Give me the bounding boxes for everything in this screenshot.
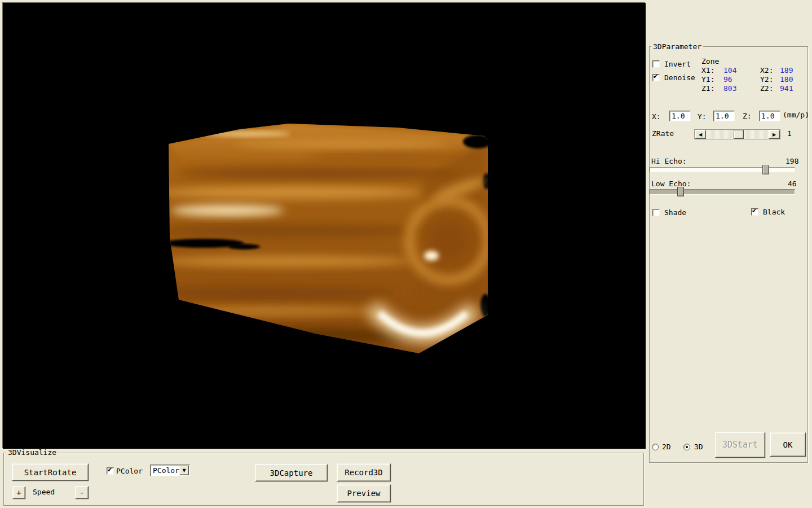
denoise-checkbox[interactable]: ✔: [652, 74, 660, 81]
zone-z1-label: Z1:: [701, 84, 714, 93]
low-echo-label: Low Echo:: [651, 179, 691, 188]
zone-x2-value: 189: [780, 66, 793, 75]
start-rotate-button[interactable]: StartRotate: [12, 463, 89, 481]
volume-render: [3, 3, 646, 449]
scale-z-label: Z:: [743, 112, 752, 120]
arrow-left-icon: ◀: [699, 132, 702, 137]
check-icon: ✔: [653, 73, 658, 80]
zrate-scrollbar[interactable]: ◀ ▶: [694, 129, 780, 139]
arrow-right-icon: ▶: [773, 132, 776, 137]
speed-label: Speed: [33, 488, 55, 496]
scale-y-input[interactable]: [713, 111, 735, 121]
scale-z-input[interactable]: [759, 111, 780, 121]
black-checkbox[interactable]: ✔: [751, 208, 758, 216]
zone-x1-value: 104: [723, 66, 736, 75]
record3d-button[interactable]: Record3D: [337, 463, 391, 481]
zone-x1-label: X1:: [701, 66, 714, 75]
zrate-left-arrow[interactable]: ◀: [695, 130, 706, 139]
zone-z1-value: 803: [723, 84, 736, 93]
shade-label: Shade: [664, 208, 686, 217]
mode-3d-label: 3D: [694, 443, 703, 451]
mode-2d-label: 2D: [662, 443, 671, 451]
app-window: { "icons": { "arrow_left": "◀", "arrow_r…: [0, 0, 812, 508]
hi-echo-value: 198: [785, 157, 798, 165]
speed-minus-button[interactable]: -: [75, 486, 89, 499]
render-viewport[interactable]: [2, 2, 645, 448]
black-label: Black: [763, 208, 785, 216]
zrate-right-arrow[interactable]: ▶: [769, 130, 780, 139]
mode-3d-radio[interactable]: [683, 444, 690, 450]
hi-echo-slider-track[interactable]: [650, 167, 795, 172]
pcolor-label: PColor: [116, 467, 143, 475]
zone-title: Zone: [701, 57, 719, 65]
preview-button[interactable]: Preview: [337, 484, 391, 502]
parameter-group-title: 3DParameter: [651, 43, 703, 50]
speed-plus-button[interactable]: +: [12, 486, 25, 499]
scale-y-label: Y:: [698, 112, 707, 121]
scale-x-input[interactable]: [669, 111, 691, 121]
low-echo-value: 46: [788, 179, 797, 188]
zrate-label: ZRate: [652, 129, 674, 138]
shade-checkbox[interactable]: ✔: [652, 209, 660, 216]
low-echo-slider-track[interactable]: [650, 189, 795, 195]
visualize-group-title: 3DVisualize: [6, 449, 58, 456]
zone-y1-value: 96: [723, 75, 732, 84]
zrate-value: 1: [787, 129, 792, 138]
check-icon: ✔: [752, 207, 757, 214]
denoise-label: Denoise: [664, 73, 695, 82]
chevron-down-icon: ▼: [182, 468, 186, 473]
ok-button[interactable]: OK: [770, 432, 806, 457]
invert-checkbox[interactable]: ✔: [652, 60, 660, 68]
pcolor-select-value: PColor: [153, 466, 179, 475]
hi-echo-label: Hi Echo:: [651, 157, 687, 165]
zone-x2-label: X2:: [760, 66, 773, 75]
pcolor-dropdown-button[interactable]: ▼: [179, 466, 189, 475]
zone-z2-label: Z2:: [760, 84, 773, 93]
zone-y1-label: Y1:: [701, 75, 714, 84]
low-echo-slider-thumb[interactable]: [677, 187, 684, 196]
capture3d-button[interactable]: 3DCapture: [255, 464, 328, 481]
invert-label: Invert: [664, 60, 691, 68]
zone-y2-label: Y2:: [760, 75, 773, 84]
zrate-thumb[interactable]: [734, 130, 744, 139]
start3d-button[interactable]: 3DStart: [715, 432, 765, 458]
zone-y2-value: 180: [780, 75, 793, 84]
scale-unit-label: (mm/p): [783, 111, 809, 119]
hi-echo-slider-thumb[interactable]: [762, 165, 769, 174]
zone-z2-value: 941: [780, 84, 793, 93]
mode-2d-radio[interactable]: [652, 444, 659, 450]
pcolor-select[interactable]: PColor ▼: [150, 465, 190, 476]
check-icon: ✔: [107, 466, 112, 474]
parameter-groupbox: [649, 46, 808, 463]
pcolor-checkbox[interactable]: ✔: [107, 467, 114, 475]
scale-x-label: X:: [652, 112, 661, 121]
